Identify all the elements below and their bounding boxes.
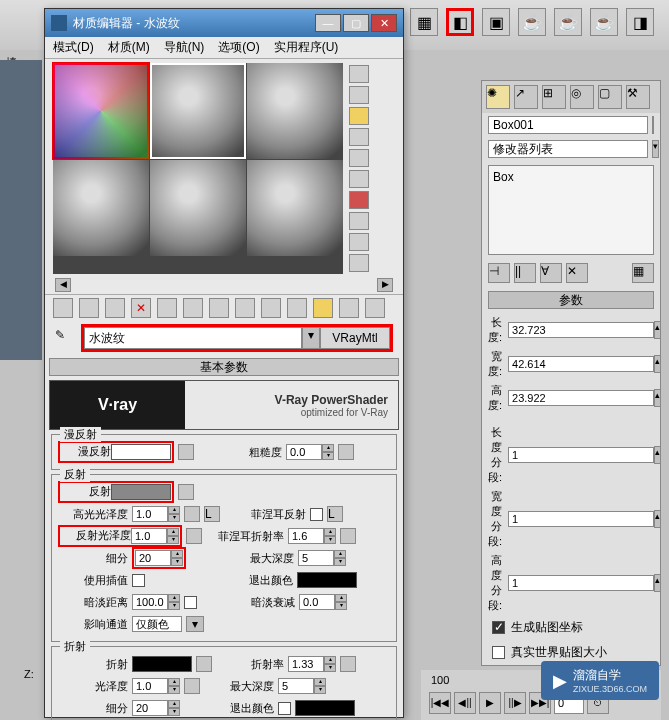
tab-modify[interactable]: ↗	[514, 85, 538, 109]
scroll-left[interactable]: ◀	[55, 278, 71, 292]
refract-map[interactable]	[196, 656, 212, 672]
material-slot-6[interactable]	[247, 160, 343, 256]
r-subdiv-input[interactable]	[132, 700, 168, 716]
tool-pick[interactable]	[365, 298, 385, 318]
material-type-button[interactable]: VRayMtl	[320, 327, 390, 349]
stack-config[interactable]: ▦	[632, 263, 654, 283]
modifier-dd[interactable]: ▾	[652, 140, 659, 158]
dim-dist-input[interactable]	[132, 594, 168, 610]
basic-params-header[interactable]: 基本参数	[49, 358, 399, 376]
side-tool-8[interactable]	[349, 212, 369, 230]
wseg-input[interactable]	[508, 511, 654, 527]
tool-paste[interactable]	[183, 298, 203, 318]
fresnel-ior-map[interactable]	[340, 528, 356, 544]
stack-remove[interactable]: ✕	[566, 263, 588, 283]
menu-utilities[interactable]: 实用程序(U)	[274, 39, 339, 56]
tool-put[interactable]	[79, 298, 99, 318]
menu-material[interactable]: 材质(M)	[108, 39, 150, 56]
material-slot-5[interactable]	[150, 160, 246, 256]
tab-create[interactable]: ✺	[486, 85, 510, 109]
tab-display[interactable]: ▢	[598, 85, 622, 109]
side-tool-sample[interactable]	[349, 65, 369, 83]
r-gloss-map[interactable]	[184, 678, 200, 694]
roughness-input[interactable]	[286, 444, 322, 460]
modifier-list[interactable]	[488, 140, 648, 158]
eyedropper-icon[interactable]: ✎	[55, 328, 75, 348]
dim-dist-check[interactable]	[184, 596, 197, 609]
hilight-lock[interactable]: L	[204, 506, 220, 522]
top-tool-5[interactable]: ☕	[554, 8, 582, 36]
stack-unique[interactable]: ∀	[540, 263, 562, 283]
hilight-map[interactable]	[184, 506, 200, 522]
fresnel-check[interactable]	[310, 508, 323, 521]
roughness-up[interactable]: ▴	[322, 444, 334, 452]
material-slot-2[interactable]	[150, 63, 246, 159]
tool-copy[interactable]	[157, 298, 177, 318]
side-tool-video[interactable]	[349, 149, 369, 167]
tool-get[interactable]	[53, 298, 73, 318]
tab-hierarchy[interactable]: ⊞	[542, 85, 566, 109]
affect-dd[interactable]: ▾	[186, 616, 204, 632]
use-interp-check[interactable]	[132, 574, 145, 587]
affect-select[interactable]	[132, 616, 182, 632]
titlebar[interactable]: 材质编辑器 - 水波纹 — ▢ ✕	[45, 9, 403, 37]
subdiv-input[interactable]	[135, 550, 171, 566]
material-name-dropdown[interactable]: ▾	[302, 327, 320, 349]
side-tool-10[interactable]	[349, 254, 369, 272]
top-tool-3[interactable]: ▣	[482, 8, 510, 36]
tab-motion[interactable]: ◎	[570, 85, 594, 109]
side-tool-options[interactable]	[349, 170, 369, 188]
goto-start[interactable]: |◀◀	[429, 692, 451, 714]
tool-show-map[interactable]	[261, 298, 281, 318]
side-tool-uv[interactable]	[349, 128, 369, 146]
max-depth-input[interactable]	[298, 550, 334, 566]
tab-utilities[interactable]: ⚒	[626, 85, 650, 109]
stack-pin[interactable]: ⊣	[488, 263, 510, 283]
scroll-right[interactable]: ▶	[377, 278, 393, 292]
top-tool-highlighted[interactable]: ◧	[446, 8, 474, 36]
next-frame[interactable]: ||▶	[504, 692, 526, 714]
r-exit-color[interactable]	[295, 700, 355, 716]
close-button[interactable]: ✕	[371, 14, 397, 32]
menu-options[interactable]: 选项(O)	[218, 39, 259, 56]
material-name-input[interactable]	[84, 327, 302, 349]
exit-color[interactable]	[297, 572, 357, 588]
gen-uv-check[interactable]: ✓	[492, 621, 505, 634]
menu-navigate[interactable]: 导航(N)	[164, 39, 205, 56]
hseg-input[interactable]	[508, 575, 654, 591]
stack-show[interactable]: ||	[514, 263, 536, 283]
width-input[interactable]	[508, 356, 654, 372]
tool-go-parent[interactable]	[313, 298, 333, 318]
r-gloss-input[interactable]	[132, 678, 168, 694]
top-tool-1[interactable]: ▦	[410, 8, 438, 36]
height-input[interactable]	[508, 390, 654, 406]
refl-gloss-map[interactable]	[186, 528, 202, 544]
r-max-depth-input[interactable]	[278, 678, 314, 694]
tool-make-unique[interactable]	[209, 298, 229, 318]
modifier-stack[interactable]: Box	[488, 165, 654, 255]
side-tool-material-map[interactable]	[349, 191, 369, 209]
r-ior-map[interactable]	[340, 656, 356, 672]
minimize-button[interactable]: —	[315, 14, 341, 32]
material-slot-4[interactable]	[53, 160, 149, 256]
fresnel-ior-input[interactable]	[288, 528, 324, 544]
refract-color[interactable]	[132, 656, 192, 672]
tool-reset[interactable]: ✕	[131, 298, 151, 318]
prev-frame[interactable]: ◀||	[454, 692, 476, 714]
side-tool-background[interactable]	[349, 107, 369, 125]
length-input[interactable]	[508, 322, 654, 338]
params-header[interactable]: 参数	[488, 291, 654, 309]
roughness-down[interactable]: ▾	[322, 452, 334, 460]
top-tool-6[interactable]: ☕	[590, 8, 618, 36]
tool-go-fwd[interactable]	[339, 298, 359, 318]
side-tool-9[interactable]	[349, 233, 369, 251]
r-exit-check[interactable]	[278, 702, 291, 715]
dim-falloff-input[interactable]	[299, 594, 335, 610]
stack-item-box[interactable]: Box	[493, 170, 514, 184]
reflect-map[interactable]	[178, 484, 194, 500]
material-slot-3[interactable]	[247, 63, 343, 159]
diffuse-color[interactable]	[111, 444, 171, 460]
top-tool-7[interactable]: ◨	[626, 8, 654, 36]
top-tool-4[interactable]: ☕	[518, 8, 546, 36]
material-slot-1[interactable]	[53, 63, 149, 159]
